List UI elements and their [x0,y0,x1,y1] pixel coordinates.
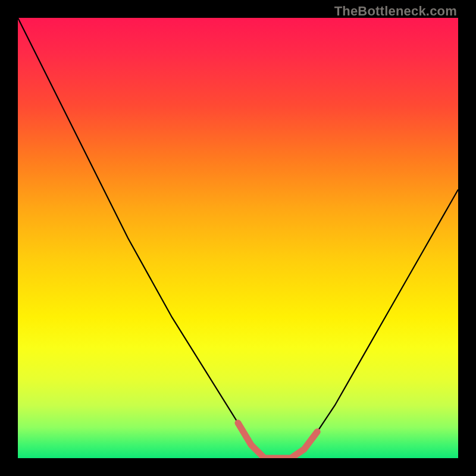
optimal-zone-highlight [238,423,317,458]
watermark-text: TheBottleneck.com [334,4,457,19]
curve-layer [18,18,458,458]
chart-frame: TheBottleneck.com [0,0,476,476]
bottleneck-curve [18,18,458,458]
